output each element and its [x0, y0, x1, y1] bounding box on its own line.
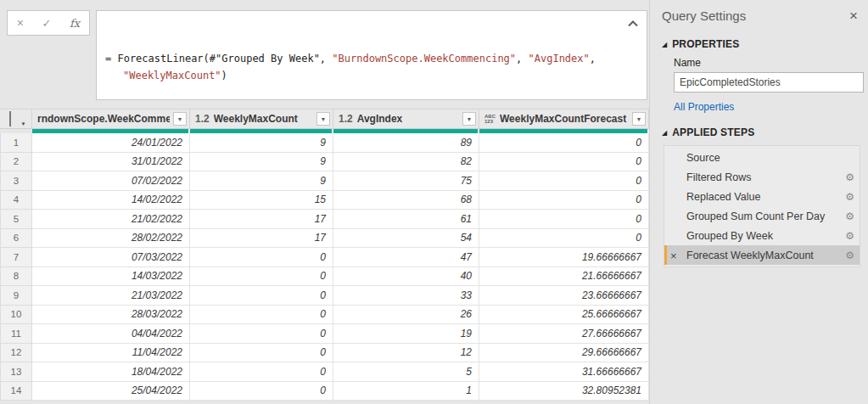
applied-step-forecast-weeklymaxcount[interactable]: ×Forecast WeeklyMaxCount⚙	[664, 245, 860, 265]
row-number[interactable]: 5	[0, 210, 32, 229]
row-number[interactable]: 4	[0, 191, 32, 210]
table-cell[interactable]: 17	[190, 210, 333, 229]
row-number[interactable]: 14	[0, 382, 32, 401]
table-cell[interactable]: 14/03/2022	[32, 267, 190, 287]
table-cell[interactable]: 32.80952381	[479, 382, 649, 401]
table-cell[interactable]: 0	[190, 362, 333, 382]
table-cell[interactable]: 21/03/2022	[32, 286, 190, 306]
table-cell[interactable]: 04/04/2022	[32, 324, 190, 344]
table-cell[interactable]: 0	[190, 286, 333, 306]
table-cell[interactable]: 0	[479, 171, 649, 191]
table-cell[interactable]: 9	[190, 133, 333, 153]
table-cell[interactable]: 31.66666667	[479, 362, 649, 382]
applied-step-filtered-rows[interactable]: Filtered Rows⚙	[664, 167, 860, 187]
collapse-formula-bar-icon[interactable]	[626, 18, 640, 30]
applied-steps-section-header[interactable]: ◢ APPLIED STEPS	[662, 126, 860, 138]
row-number[interactable]: 9	[0, 286, 32, 306]
table-cell[interactable]: 5	[333, 362, 479, 382]
table-cell[interactable]: 0	[190, 248, 333, 267]
table-cell[interactable]: 0	[479, 191, 649, 210]
row-number[interactable]: 12	[0, 344, 32, 363]
applied-step-replaced-value[interactable]: Replaced Value⚙	[664, 187, 860, 206]
close-icon[interactable]: ×	[848, 8, 860, 23]
row-number[interactable]: 1	[0, 133, 32, 153]
filter-dropdown-icon[interactable]: ▼	[173, 112, 187, 126]
query-name-input[interactable]	[674, 72, 864, 93]
column-header-weeklymaxcount[interactable]: 1.2WeeklyMaxCount▼	[190, 109, 333, 129]
table-cell[interactable]: 21.66666667	[479, 267, 649, 287]
table-cell[interactable]: 33	[333, 286, 479, 306]
table-cell[interactable]: 47	[333, 248, 479, 267]
table-cell[interactable]: 25/04/2022	[32, 382, 190, 401]
table-cell[interactable]: 0	[190, 324, 333, 344]
gear-icon[interactable]: ⚙	[845, 250, 854, 261]
table-cell[interactable]: 31/01/2022	[32, 153, 190, 172]
table-cell[interactable]: 0	[479, 229, 649, 249]
table-cell[interactable]: 24/01/2022	[32, 133, 190, 153]
table-cell[interactable]: 12	[333, 344, 479, 363]
row-number[interactable]: 6	[0, 229, 32, 249]
table-cell[interactable]: 0	[190, 267, 333, 287]
table-cell[interactable]: 18/04/2022	[32, 362, 190, 382]
gear-icon[interactable]: ⚙	[845, 230, 854, 242]
table-cell[interactable]: 75	[333, 171, 479, 191]
gear-icon[interactable]: ⚙	[845, 171, 854, 183]
column-header-rndownscope-weekcommen-[interactable]: rndownScope.WeekCommen...▼	[32, 109, 190, 129]
table-cell[interactable]: 07/03/2022	[32, 248, 190, 267]
gear-icon[interactable]: ⚙	[845, 191, 854, 203]
formula-cancel-icon[interactable]: ×	[17, 17, 24, 29]
all-properties-link[interactable]: All Properties	[674, 101, 734, 113]
table-cell[interactable]: 14/02/2022	[32, 191, 190, 210]
table-cell[interactable]: 1	[333, 382, 479, 401]
column-header-avgindex[interactable]: 1.2AvgIndex▼	[333, 109, 479, 129]
fx-icon[interactable]: fx	[70, 18, 80, 29]
table-cell[interactable]: 29.66666667	[479, 344, 649, 363]
row-number[interactable]: 8	[0, 267, 32, 287]
filter-dropdown-icon[interactable]: ▼	[462, 112, 476, 126]
row-number[interactable]: 13	[0, 362, 32, 382]
table-cell[interactable]: 40	[333, 267, 479, 287]
table-cell[interactable]: 82	[333, 153, 479, 172]
table-cell[interactable]: 61	[333, 210, 479, 229]
table-cell[interactable]: 21/02/2022	[32, 210, 190, 229]
table-cell[interactable]: 89	[333, 133, 479, 153]
table-cell[interactable]: 19.66666667	[479, 248, 649, 267]
column-header-weeklymaxcountforecast[interactable]: ABC123WeeklyMaxCountForecast▼	[479, 109, 649, 129]
filter-dropdown-icon[interactable]: ▼	[316, 112, 330, 126]
delete-step-icon[interactable]: ×	[670, 250, 677, 261]
table-cell[interactable]: 0	[479, 133, 649, 153]
formula-accept-icon[interactable]: ✓	[42, 18, 52, 29]
table-cell[interactable]: 68	[333, 191, 479, 210]
table-cell[interactable]: 07/02/2022	[32, 171, 190, 191]
table-cell[interactable]: 9	[190, 153, 333, 172]
table-cell[interactable]: 19	[333, 324, 479, 344]
table-cell[interactable]: 28/03/2022	[32, 306, 190, 325]
table-cell[interactable]: 0	[190, 382, 333, 401]
filter-dropdown-icon[interactable]: ▼	[632, 112, 646, 126]
row-number[interactable]: 11	[0, 324, 32, 344]
row-number[interactable]: 10	[0, 306, 32, 325]
applied-step-grouped-sum-count-per-day[interactable]: Grouped Sum Count Per Day⚙	[664, 206, 860, 226]
table-corner-menu[interactable]: ▼	[0, 109, 32, 129]
row-number[interactable]: 2	[0, 153, 32, 172]
row-number[interactable]: 3	[0, 171, 32, 191]
table-cell[interactable]: 54	[333, 229, 479, 249]
table-cell[interactable]: 9	[190, 171, 333, 191]
table-cell[interactable]: 0	[190, 344, 333, 363]
properties-section-header[interactable]: ◢ PROPERTIES	[662, 38, 860, 50]
formula-input[interactable]: = ForecastLinear(#"Grouped By Week", "Bu…	[96, 10, 647, 100]
table-cell[interactable]: 0	[190, 306, 333, 325]
applied-step-source[interactable]: Source	[664, 148, 860, 167]
table-cell[interactable]: 17	[190, 229, 333, 249]
row-number[interactable]: 7	[0, 248, 32, 267]
table-cell[interactable]: 23.66666667	[479, 286, 649, 306]
table-cell[interactable]: 27.66666667	[479, 324, 649, 344]
table-cell[interactable]: 11/04/2022	[32, 344, 190, 363]
table-cell[interactable]: 15	[190, 191, 333, 210]
table-cell[interactable]: 25.66666667	[479, 306, 649, 325]
table-cell[interactable]: 0	[479, 210, 649, 229]
table-cell[interactable]: 28/02/2022	[32, 229, 190, 249]
table-cell[interactable]: 26	[333, 306, 479, 325]
table-cell[interactable]: 0	[479, 153, 649, 172]
gear-icon[interactable]: ⚙	[845, 210, 854, 222]
